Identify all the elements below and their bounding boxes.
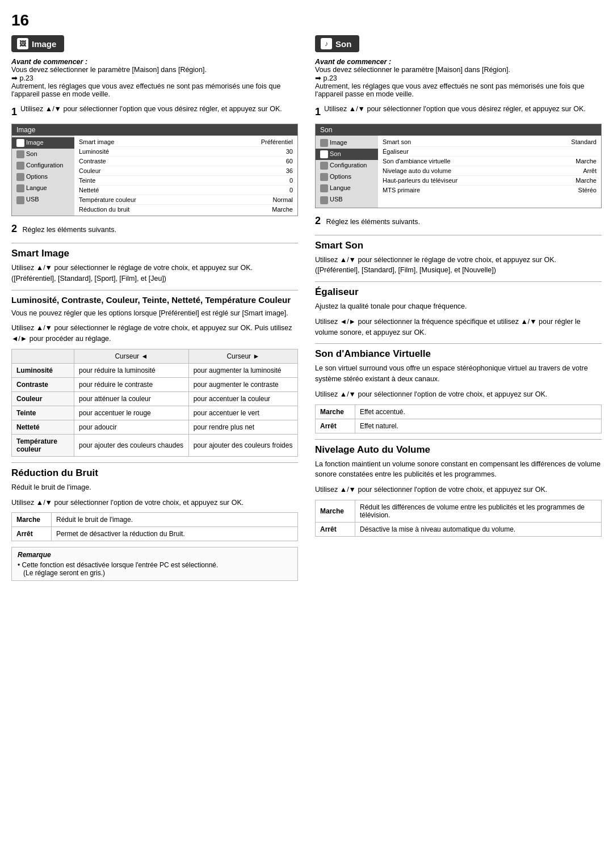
reduction-marche-val: Réduit le bruit de l'image. <box>52 513 298 527</box>
row-temp-right: pour ajouter des couleurs froides <box>188 434 297 456</box>
menu-row-nettete: Netteté 0 <box>79 186 293 195</box>
left-avant-line2: Autrement, les réglages que vous avez ef… <box>11 82 298 98</box>
table-row: Arrêt Effet naturel. <box>316 419 602 433</box>
left-avant-ref: ➡ p.23 <box>11 74 298 82</box>
row-label: Haut-parleurs du téléviseur <box>383 177 457 184</box>
row-val: 30 <box>286 148 293 155</box>
row-val: Marche <box>576 158 597 165</box>
menu-row-smartson: Smart son Standard <box>383 137 597 147</box>
row-label: Smart son <box>383 138 411 145</box>
table-row: Arrêt Désactive la mise à niveau automat… <box>316 522 602 536</box>
col-label <box>12 349 74 363</box>
sidebar-options: Options <box>12 171 74 183</box>
left-menu-sim: Image Image Son Configuration Options La… <box>11 124 298 216</box>
row-contraste-right: pour augmenter le contraste <box>188 377 297 391</box>
ambiance-body2: Utilisez ▲/▼ pour sélectionner l'option … <box>315 389 602 400</box>
table-row: Contraste pour réduire le contraste pour… <box>12 377 298 391</box>
row-label: Teinte <box>79 177 95 184</box>
reduction-body2: Utilisez ▲/▼ pour sélectionner l'option … <box>11 498 298 508</box>
left-step2: 2 Réglez les éléments suivants. <box>11 223 298 235</box>
r-sidebar-config: Configuration <box>316 160 378 171</box>
left-step1-text: Utilisez ▲/▼ pour sélectionner l'option … <box>20 105 282 113</box>
row-nettete-left: pour adoucir <box>74 420 189 434</box>
ambiance-arret-label: Arrêt <box>316 419 355 433</box>
menu-row-contraste: Contraste 60 <box>79 157 293 166</box>
table-row: Luminosité pour réduire la luminosité po… <box>12 363 298 377</box>
row-teinte-right: pour accentuer le vert <box>188 406 297 420</box>
menu-row-teinte: Teinte 0 <box>79 176 293 186</box>
right-step2: 2 Réglez les éléments suivants. <box>315 215 602 227</box>
lum-heading: Luminosité, Contraste, Couleur, Teinte, … <box>11 290 298 305</box>
table-row: Température couleur pour ajouter des cou… <box>12 434 298 456</box>
egaliseur-body2: Utilisez ◄/► pour sélectionner la fréque… <box>315 317 602 338</box>
reduction-arret-val: Permet de désactiver la réduction du Bru… <box>52 527 298 541</box>
son-badge: ♪ Son <box>315 35 359 52</box>
smart-son-body: Utilisez ▲/▼ pour sélectionner le réglag… <box>315 255 602 276</box>
row-label: Contraste <box>79 158 106 165</box>
sidebar-usb: USB <box>12 194 74 205</box>
row-lum-label: Luminosité <box>12 363 74 377</box>
left-menu-content: Smart image Préférentiel Luminosité 30 C… <box>74 136 297 216</box>
smart-son-heading: Smart Son <box>315 235 602 251</box>
sidebar-son: Son <box>12 149 74 160</box>
lum-body2: Utilisez ▲/▼ pour sélectionner le réglag… <box>11 323 298 344</box>
image-icon: 🖼 <box>17 38 28 49</box>
table-row: Arrêt Permet de désactiver la réduction … <box>12 527 298 541</box>
egaliseur-body1: Ajustez la qualité tonale pour chaque fr… <box>315 301 602 312</box>
row-val: Marche <box>272 206 293 213</box>
menu-row-ega: Égaliseur <box>383 147 597 157</box>
row-label: MTS primaire <box>383 187 420 193</box>
row-teinte-left: pour accentuer le rouge <box>74 406 189 420</box>
table-row: Teinte pour accentuer le rouge pour acce… <box>12 406 298 420</box>
smart-image-heading: Smart Image <box>11 243 298 259</box>
row-label: Température couleur <box>79 196 136 203</box>
row-val: Arrêt <box>583 167 597 174</box>
nivelage-marche-val: Réduit les différences de volume entre l… <box>355 500 602 522</box>
sidebar-langue: Langue <box>12 183 74 194</box>
col-left: Curseur ◄ <box>74 349 189 363</box>
table-row: Marche Réduit les différences de volume … <box>316 500 602 522</box>
row-lum-right: pour augmenter la luminosité <box>188 363 297 377</box>
right-avant-title: Avant de commencer : <box>315 58 602 66</box>
row-label: Réduction du bruit <box>79 206 129 213</box>
row-val: Standard <box>571 138 597 145</box>
row-teinte-label: Teinte <box>12 406 74 420</box>
row-label: Couleur <box>79 167 101 174</box>
reduction-heading: Réduction du Bruit <box>11 462 298 479</box>
left-avant-line1: Vous devez sélectionner le paramètre [Ma… <box>11 66 298 74</box>
left-avant-title: Avant de commencer : <box>11 58 298 66</box>
nivelage-arret-label: Arrêt <box>316 522 355 536</box>
left-avant: Avant de commencer : Vous devez sélectio… <box>11 58 298 98</box>
right-avant: Avant de commencer : Vous devez sélectio… <box>315 58 602 98</box>
menu-row-ambiance: Son d'ambiance virtuelle Marche <box>383 157 597 166</box>
row-couleur-left: pour atténuer la couleur <box>74 391 189 406</box>
reduction-body1: Réduit le bruit de l'image. <box>11 482 298 493</box>
row-temp-left: pour ajouter des couleurs chaudes <box>74 434 189 456</box>
left-menu-sidebar: Image Son Configuration Options Langue U… <box>12 136 74 216</box>
remarque-item2: (Le réglage seront en gris.) <box>18 569 292 577</box>
r-sidebar-usb: USB <box>316 194 378 205</box>
row-label: Égaliseur <box>383 148 409 155</box>
lum-table: Curseur ◄ Curseur ► Luminosité pour rédu… <box>11 349 298 457</box>
right-menu-sidebar: Image Son Configuration Options Langue U… <box>316 136 378 208</box>
egaliseur-heading: Égaliseur <box>315 281 602 298</box>
nivelage-arret-val: Désactive la mise à niveau automatique d… <box>355 522 602 536</box>
row-temp-label: Température couleur <box>12 434 74 456</box>
nivelage-table: Marche Réduit les différences de volume … <box>315 500 602 537</box>
ambiance-marche-label: Marche <box>316 404 355 419</box>
row-val: Marche <box>576 177 597 184</box>
right-menu-header: Son <box>316 124 601 136</box>
reduction-arret-label: Arrêt <box>12 527 52 541</box>
ambiance-table: Marche Effet accentué. Arrêt Effet natur… <box>315 404 602 433</box>
image-badge: 🖼 Image <box>11 35 64 52</box>
nivelage-marche-label: Marche <box>316 500 355 522</box>
right-step1-text: Utilisez ▲/▼ pour sélectionner l'option … <box>324 105 586 113</box>
row-contraste-left: pour réduire le contraste <box>74 377 189 391</box>
right-step2-text: Réglez les éléments suivants. <box>326 218 420 226</box>
row-label: Son d'ambiance virtuelle <box>383 158 451 165</box>
table-row: Marche Effet accentué. <box>316 404 602 419</box>
row-val: 0 <box>289 187 293 193</box>
reduction-table: Marche Réduit le bruit de l'image. Arrêt… <box>11 512 298 541</box>
row-lum-left: pour réduire la luminosité <box>74 363 189 377</box>
remarque-item1: • Cette fonction est désactivée lorsque … <box>18 561 292 569</box>
